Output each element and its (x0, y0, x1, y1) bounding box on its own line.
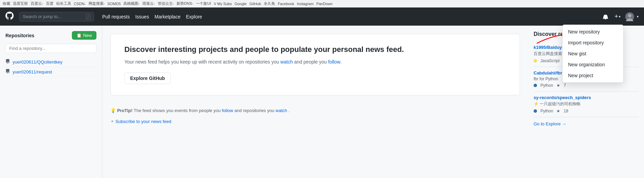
slash-shortcut: / (86, 14, 90, 19)
bookmark-item[interactable]: 高精截图- (123, 1, 140, 6)
rss-icon: ⚬ (110, 119, 114, 124)
protip-text1: The feed shows you events from people yo… (134, 108, 222, 113)
bookmark-item[interactable]: 一个敌UI (196, 1, 211, 6)
new-repository-button[interactable]: 📋 New (72, 31, 96, 40)
bookmark-item[interactable]: 站长工具 (56, 1, 71, 6)
repo-lang: Python (540, 109, 553, 113)
new-project-item[interactable]: New project (563, 70, 623, 81)
discover-text-part2: and people you (293, 59, 328, 65)
discover-repo-card: sy-records/speech_spiders ⚡ 一只超级污的司机蜘蛛 P… (534, 92, 639, 117)
subscribe-link[interactable]: Subscribe to your news feed (116, 119, 171, 124)
bookmark-item[interactable]: 管信云主- (158, 1, 174, 6)
search-bar[interactable]: Search or jump to... / (19, 12, 94, 22)
nav-explore[interactable]: Explore (186, 14, 202, 19)
protip-label: ProTip! (117, 108, 133, 113)
bookmark-item[interactable]: Facebook (278, 2, 294, 6)
subscribe-line: ⚬ Subscribe to your news feed (110, 117, 520, 126)
nav-right: + ▾ ▾ (601, 12, 639, 22)
notifications-button[interactable] (601, 13, 610, 21)
repo-card-desc: ⚡ 一只超级污的司机蜘蛛 (534, 101, 639, 107)
book-icon: 📋 (76, 33, 82, 38)
discover-text-part1: Your news feed helps you keep up with re… (124, 59, 280, 65)
lang-color-dot (534, 109, 537, 113)
create-dropdown: New repository Import repository New gis… (562, 25, 624, 83)
bookmark-item[interactable]: V My Subs (214, 2, 232, 6)
search-placeholder: Search or jump to... (23, 14, 61, 19)
repo-card-name[interactable]: sy-records/speech_spiders (534, 95, 639, 100)
discover-text-end: . (340, 59, 341, 65)
bookmark-item[interactable]: GitHub (249, 2, 261, 6)
repo-list: yuer020611/QQcilientkey yuer020611/reque… (5, 57, 96, 77)
protip-line: 💡 ProTip! The feed shows you events from… (110, 106, 520, 115)
bookmark-item[interactable]: SOMD5 (107, 2, 121, 6)
bookmark-item[interactable]: Google (234, 2, 246, 6)
bookmark-item[interactable]: 百度云- (31, 1, 43, 6)
repo-lang: JavaScript (540, 58, 559, 63)
star-icon: ★ (556, 83, 560, 88)
new-repository-item[interactable]: New repository (563, 26, 623, 37)
sidebar-header: Repositories 📋 New (5, 31, 96, 40)
left-sidebar: Repositories 📋 New yuer020611/QQcilientk… (0, 26, 102, 178)
repo-icon (5, 59, 10, 65)
main-content: Discover interesting projects and people… (102, 26, 528, 178)
discover-text: Your news feed helps you keep up with re… (124, 58, 506, 66)
import-repository-item[interactable]: Import repository (563, 37, 623, 48)
discover-section: Discover interesting projects and people… (110, 34, 520, 95)
nav-pull-requests[interactable]: Pull requests (102, 14, 130, 19)
create-new-button[interactable]: + ▾ (612, 12, 623, 22)
repo-search-input[interactable] (5, 44, 96, 53)
repo-stars: 7 (564, 83, 566, 88)
repo-card-meta: Python ★ 18 (534, 109, 639, 113)
watch-link[interactable]: watch (280, 59, 293, 65)
lang-color-dot (534, 59, 537, 63)
bookmark-item[interactable]: 网盘搜索- (89, 1, 105, 6)
main-layout: Repositories 📋 New yuer020611/QQcilientk… (0, 26, 644, 178)
bookmark-item[interactable]: 迅雷互联 (13, 1, 28, 6)
discover-title: Discover interesting projects and people… (124, 45, 506, 54)
bookmark-item[interactable]: Instagram (297, 2, 313, 6)
repo-name[interactable]: yuer020611/request (13, 69, 52, 74)
github-logo[interactable] (5, 12, 14, 22)
go-to-explore-link[interactable]: Go to Explore → (534, 121, 639, 126)
repo-lang: Python (540, 83, 553, 88)
nav-links: Pull requests Issues Marketplace Explore (102, 14, 202, 19)
bookmark-item[interactable]: 永久免 (264, 1, 275, 6)
protip-follow-link[interactable]: follow (222, 108, 233, 113)
bookmark-bar: 收藏 迅雷互联 百度云- 百度 站长工具 CSDN- 网盘搜索- SOMD5 高… (0, 0, 644, 8)
new-organization-item[interactable]: New organization (563, 59, 623, 70)
avatar-caret[interactable]: ▾ (637, 15, 639, 18)
plus-icon: + (614, 13, 618, 20)
github-navbar: Search or jump to... / Pull requests Iss… (0, 8, 644, 26)
new-button-label: New (83, 33, 92, 38)
bulb-icon: 💡 (110, 108, 116, 113)
bookmark-item[interactable]: PanDown (316, 2, 333, 6)
bookmark-item[interactable]: CSDN- (74, 2, 86, 6)
repo-icon (5, 69, 10, 74)
caret-icon: ▾ (619, 15, 620, 18)
protip-watch-link[interactable]: watch (276, 108, 287, 113)
protip-text-end: . (288, 108, 290, 113)
lang-color-dot (534, 84, 537, 87)
repo-stars: 18 (564, 109, 568, 113)
repo-card-meta: Python ★ 7 (534, 83, 639, 88)
explore-github-button[interactable]: Explore GitHub (124, 72, 171, 84)
nav-marketplace[interactable]: Marketplace (154, 14, 180, 19)
bookmark-item[interactable]: 收藏 (3, 1, 10, 6)
list-item[interactable]: yuer020611/QQcilientkey (5, 57, 96, 67)
bookmark-item[interactable]: 雨落云- (142, 1, 155, 6)
star-icon: ★ (556, 109, 560, 113)
repositories-title: Repositories (5, 33, 34, 38)
protip-section: 💡 ProTip! The feed shows you events from… (110, 102, 520, 130)
protip-text2: and repositories you (234, 108, 276, 113)
bookmark-item[interactable]: 百度 (46, 1, 53, 6)
bookmark-item[interactable]: 新势DNS- (177, 1, 193, 6)
nav-issues[interactable]: Issues (135, 14, 149, 19)
repo-name[interactable]: yuer020611/QQcilientkey (13, 59, 62, 65)
list-item[interactable]: yuer020611/request (5, 67, 96, 77)
user-avatar[interactable] (625, 12, 634, 21)
new-gist-item[interactable]: New gist (563, 48, 623, 59)
follow-link[interactable]: follow (328, 59, 340, 65)
